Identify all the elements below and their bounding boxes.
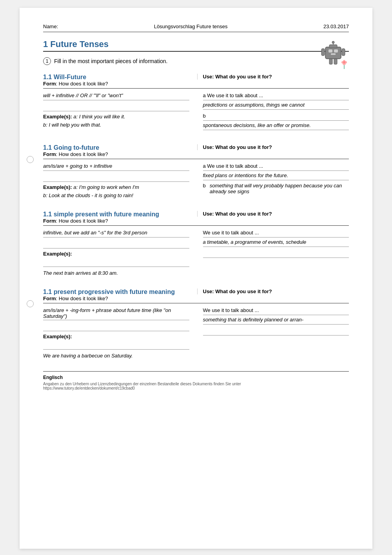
section-simple-form-label: Form: How does it look like? — [43, 218, 189, 224]
going-use-a-detail: fixed plans or intentions for the future… — [203, 172, 349, 180]
svg-rect-5 — [334, 59, 337, 64]
section-simple-use-block: Use: What do you use it for? — [197, 211, 349, 217]
section-prog-title: 1.1 present progressive with future mean… — [43, 288, 189, 296]
left-circle-1 — [27, 156, 34, 163]
instruction-number: 1 — [43, 57, 51, 65]
will-use-b-detail: spontaneous decisions, like an offer or … — [203, 122, 349, 130]
section-simple-right: We use it to talk about ... a timetable,… — [198, 229, 349, 277]
going-example-a: a: I'm going to work when I'm — [73, 183, 139, 191]
will-use-b: b — [203, 112, 349, 121]
will-example-a: a: I think you will like it. — [73, 113, 125, 120]
use-text: : What do you use it for? — [212, 74, 272, 80]
section-simple-header: 1.1 simple present with future meaning F… — [43, 211, 349, 226]
section-prog-right: We use it to talk about ... something th… — [198, 307, 349, 359]
section-prog-content: am/is/are + -ing-form + phrase about fut… — [43, 307, 349, 359]
going-use-b-row: b something that will very probably happ… — [203, 183, 349, 194]
will-example-label: Example(s): a: I think you will like it. — [43, 114, 189, 120]
section-will-left: will + infinitive // OR // "'ll" or "won… — [43, 92, 198, 132]
will-use-a-detail: predictions or assumptions, things we ca… — [203, 101, 349, 110]
svg-rect-4 — [329, 59, 332, 64]
simple-use-b — [203, 249, 349, 258]
section-going-title-block: 1.1 Going to-future Form: How does it lo… — [43, 144, 197, 157]
simple-form-line: infinitive, but we add an "-s" for the 3… — [43, 229, 189, 238]
going-use-a: a We use it to talk about ... — [203, 162, 349, 171]
section-going-content: am/is/are + going to + infinitive Exampl… — [43, 162, 349, 199]
section-simple-title: 1.1 simple present with future meaning — [43, 211, 189, 218]
form-bold: Form — [43, 81, 56, 87]
section-prog-form-label: Form: How does it look like? — [43, 296, 189, 301]
prog-form-line: am/is/are + -ing-form + phrase about fut… — [43, 307, 189, 320]
prog-use-a-detail: something that is definitely planned or … — [203, 316, 349, 325]
will-form-line: will + infinitive // OR // "'ll" or "won… — [43, 92, 189, 100]
page: Name: Lösungsvorschlag Future tenses 23.… — [20, 8, 372, 549]
section-will-form-label: Form: How does it look like? — [43, 81, 189, 87]
section-going-right: a We use it to talk about ... fixed plan… — [198, 162, 349, 199]
svg-rect-3 — [331, 53, 336, 55]
left-circle-2 — [27, 300, 34, 307]
going-form-line: am/is/are + going to + infinitive — [43, 162, 189, 171]
section-will-content: will + infinitive // OR // "'ll" or "won… — [43, 92, 349, 132]
going-use-b-prefix: b — [203, 183, 206, 189]
name-label: Name: — [43, 24, 58, 29]
section-prog-header: 1.1 present progressive with future mean… — [43, 288, 349, 303]
going-example-b: b: Look at the clouds - it is going to r… — [43, 192, 189, 199]
will-form-line2 — [43, 103, 189, 111]
section-prog-use-block: Use: What do you use it for? — [197, 288, 349, 294]
section-going-title: 1.1 Going to-future — [43, 144, 189, 151]
going-use-b-detail: something that will very probably happen… — [210, 183, 349, 194]
section-will-title-block: 1.1 Will-Future Form: How does it look l… — [43, 74, 197, 87]
simple-example-line — [43, 258, 189, 267]
section-prog-left: am/is/are + -ing-form + phrase about fut… — [43, 307, 198, 359]
svg-rect-2 — [334, 49, 338, 53]
section-going-form-label: Form: How does it look like? — [43, 151, 189, 157]
svg-rect-0 — [325, 47, 341, 59]
document-date: 23.03.2017 — [323, 24, 349, 29]
section-prog-use-label: Use: What do you use it for? — [203, 288, 349, 294]
instruction-row: 1 Fill in the most important pieces of i… — [43, 57, 314, 65]
document-title: Lösungsvorschlag Future tenses — [154, 24, 228, 29]
svg-rect-6 — [321, 49, 325, 56]
going-form-line2 — [43, 173, 189, 182]
prog-example-b: We are having a barbecue on Saturday. — [43, 352, 189, 359]
simple-use-a: We use it to talk about ... — [203, 229, 349, 238]
section-will-header: 1.1 Will-Future Form: How does it look l… — [43, 74, 349, 89]
form-text: : How does it look like? — [56, 81, 108, 87]
document-header: Name: Lösungsvorschlag Future tenses 23.… — [43, 24, 349, 32]
prog-use-a: We use it to talk about ... — [203, 307, 349, 315]
simple-use-a-detail: a timetable, a programme of events, sche… — [203, 238, 349, 247]
footer-legal-2: https://www.tutory.de/entdecken/dokument… — [43, 386, 349, 390]
document-footer: Englisch Angaben zu den Urhebern und Liz… — [43, 371, 349, 390]
section-going-header: 1.1 Going to-future Form: How does it lo… — [43, 144, 349, 159]
section-going-to: 1.1 Going to-future Form: How does it lo… — [43, 144, 349, 199]
section-will-title: 1.1 Will-Future — [43, 74, 189, 81]
simple-example-b: The next train arrives at 8:30 am. — [43, 269, 189, 277]
section-present-prog: 1.1 present progressive with future mean… — [43, 288, 349, 359]
section-simple-left: infinitive, but we add an "-s" for the 3… — [43, 229, 198, 277]
simple-example-label: Example(s): — [43, 251, 189, 257]
section-simple-content: infinitive, but we add an "-s" for the 3… — [43, 229, 349, 277]
section-going-use-label: Use: What do you use it for? — [203, 144, 349, 150]
footer-legal-1: Angaben zu den Urhebern und Lizenzbeding… — [43, 382, 349, 386]
instruction-text: Fill in the most important pieces of inf… — [54, 58, 167, 64]
section-going-left: am/is/are + going to + infinitive Exampl… — [43, 162, 198, 199]
section-will-right: a We use it to talk about ... prediction… — [198, 92, 349, 132]
section-simple-title-block: 1.1 simple present with future meaning F… — [43, 211, 197, 224]
will-example-b: b: I will help you with that. — [43, 121, 189, 129]
prog-example-label: Example(s): — [43, 334, 189, 339]
prog-use-b — [203, 327, 349, 336]
svg-rect-7 — [342, 49, 345, 56]
section-will-use-label: Use: What do you use it for? — [203, 74, 349, 80]
section-prog-title-block: 1.1 present progressive with future mean… — [43, 288, 197, 301]
page-title: 1 Future Tenses — [43, 39, 349, 52]
simple-form-line2 — [43, 240, 189, 248]
footer-subject: Englisch — [43, 375, 349, 380]
prog-form-line2 — [43, 323, 189, 331]
prog-example-line — [43, 341, 189, 350]
will-use-a: a We use it to talk about ... — [203, 92, 349, 100]
use-bold: Use — [203, 74, 212, 80]
section-simple-present: 1.1 simple present with future meaning F… — [43, 211, 349, 277]
svg-rect-1 — [328, 49, 332, 53]
svg-point-15 — [343, 61, 345, 63]
section-going-use-block: Use: What do you use it for? — [197, 144, 349, 150]
svg-rect-8 — [329, 45, 337, 48]
